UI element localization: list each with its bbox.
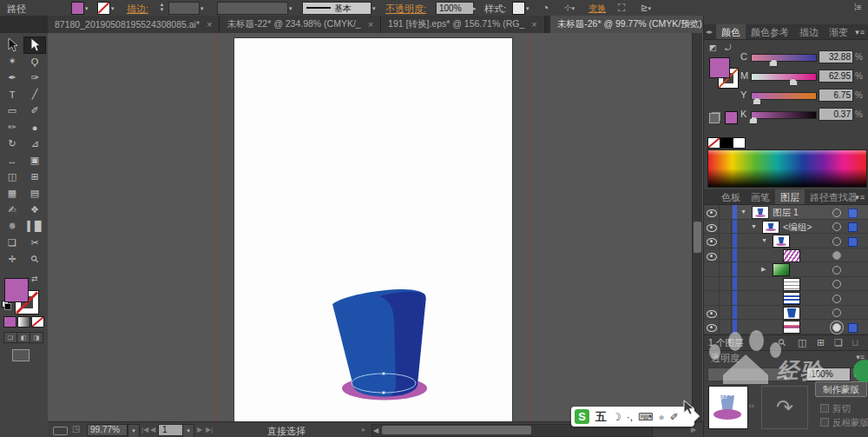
opacity-dropdown-icon[interactable]: ▸ [473,5,477,12]
last-artboard-icon[interactable]: ▶| [206,426,213,434]
visibility-eye-icon[interactable] [707,253,717,261]
brush-dropdown-icon[interactable]: ▾ [372,5,376,12]
make-clipping-mask-icon[interactable]: ◫ [798,337,806,348]
panel-tab-描边[interactable]: 描边 [794,24,824,39]
anchor-point[interactable] [383,392,385,394]
channel-value-Y[interactable]: 6.75 [819,89,853,102]
type-tool[interactable]: T [2,87,23,103]
transparency-opacity-field[interactable]: 100% [806,367,853,381]
paintbrush-tool[interactable]: ✐ [24,103,45,119]
scroll-left-icon[interactable]: ◀ [373,427,378,434]
magic-wand-tool[interactable]: ✶ [2,54,23,70]
disclosure-down-icon[interactable]: ▼ [740,209,746,215]
layer-selected-indicator[interactable] [848,237,858,247]
layers-panel-menu-icon[interactable]: ▾≡ [855,193,865,202]
layer-row[interactable] [704,306,868,321]
disclosure-right-icon[interactable]: ▶ [761,266,766,273]
layer-thumbnail-blue-lines[interactable] [783,292,800,305]
slice-tool[interactable]: ✂ [24,235,45,251]
locate-object-icon[interactable]: ⚲ [779,337,786,348]
line-segment-tool[interactable]: ╱ [24,87,45,103]
none-mode-button[interactable] [31,316,44,328]
punctuation-icon[interactable]: ·, [627,411,633,423]
color-panel-menu-icon[interactable]: ▾≡ [855,28,865,36]
blob-brush-tool[interactable]: ● [24,120,45,136]
channel-slider-knob-K[interactable] [749,116,758,124]
gradient-tool[interactable]: ▤ [24,186,45,202]
stroke-color-swatch[interactable] [97,2,110,15]
draw-behind-button[interactable]: ◧ [16,332,30,343]
layer-thumbnail-green[interactable] [773,263,790,276]
color-mode-button[interactable] [3,316,16,328]
channel-value-C[interactable]: 32.88 [819,50,853,63]
panel-tab-画笔[interactable]: 画笔 [746,189,775,204]
width-profile-dropdown-icon[interactable]: ▾ [289,5,293,12]
stroke-panel-link[interactable]: 描边: [127,3,148,16]
select-similar-icon[interactable]: ⊵▾ [641,1,651,16]
layer-name[interactable]: <编组> [783,222,812,234]
disclosure-down-icon[interactable]: ▼ [761,237,767,243]
invert-mask-checkbox[interactable]: 反相蒙版 [820,417,868,429]
clip-checkbox-box[interactable] [820,404,829,413]
channel-slider-knob-C[interactable] [769,59,778,67]
layer-thumbnail-artwork[interactable] [762,221,779,234]
vertical-scrollbar[interactable] [692,33,702,421]
scale-tool[interactable]: ⊿ [24,136,45,152]
layer-name[interactable]: 图层 1 [773,207,799,219]
fill-color-swatch[interactable] [71,2,84,15]
artboard-dropdown-icon[interactable]: ▾ [182,424,194,437]
panel-tab-渐变[interactable]: 渐变 [824,24,853,39]
channel-slider-K[interactable] [751,111,817,119]
layer-target-ring[interactable] [832,209,841,217]
column-graph-tool[interactable]: ▍▉ [24,219,45,235]
transparency-panel-title[interactable]: 透明度 [711,352,740,365]
panel-tab-颜色参考[interactable]: 颜色参考 [746,24,794,39]
layer-target-ring[interactable] [832,280,841,288]
invert-mask-checkbox-box[interactable] [820,418,829,427]
stroke-weight-dropdown-icon[interactable]: ▾ [201,5,204,12]
blend-tool[interactable]: ❖ [24,202,45,218]
opacity-mask-slot[interactable]: ↷ [761,386,808,429]
opacity-field[interactable]: 100% [436,2,474,15]
gradient-mode-button[interactable] [17,316,30,328]
layer-target-ring[interactable] [832,266,841,275]
panel-tab-色板[interactable]: 色板 [716,189,746,204]
ime-mode-label[interactable]: 五 [595,409,607,425]
screen-mode-button[interactable] [12,349,30,361]
perspective-grid-tool[interactable]: ⊞ [24,169,45,185]
layer-row[interactable]: ▼<编组> [704,220,868,235]
next-artboard-icon[interactable]: ▶ [197,426,202,434]
stroke-weight-stepper[interactable]: ▲▼ [158,2,166,13]
transform-link[interactable]: 变换 [589,3,606,15]
panel-tab-颜色[interactable]: 颜色 [716,24,746,39]
zoom-level-field[interactable]: 99.77% [87,424,128,436]
layer-row[interactable]: ▶ [704,262,868,277]
pencil-tool[interactable]: ✏ [2,120,23,136]
tab-close-icon[interactable]: × [368,19,373,30]
document-tab[interactable]: 未标题-26* @ 99.77% (CMYK/预览)× [550,16,722,33]
color-panel-fill-swatch[interactable] [709,57,730,78]
document-tab[interactable]: 191 [转换].eps* @ 156.71% (RG_× [381,16,545,33]
align-icon[interactable]: ⊹▾ [564,1,575,16]
channel-slider-C[interactable] [751,54,817,62]
disclosure-down-icon[interactable]: ▼ [751,223,757,229]
brush-definition-select[interactable]: 基本 [302,2,372,15]
selection-tool[interactable] [2,37,23,53]
visibility-eye-icon[interactable] [707,209,717,217]
layer-target-ring[interactable] [832,222,841,231]
delete-layer-icon[interactable]: ⊔ [852,337,859,348]
layer-target-ring[interactable] [832,237,841,246]
hand-tool[interactable]: ✛ [2,252,23,268]
layer-row[interactable] [704,248,868,263]
channel-slider-M[interactable] [751,73,817,81]
channel-slider-Y[interactable] [751,92,817,100]
layer-row[interactable] [704,320,868,334]
layer-thumbnail-purple-stripes[interactable] [783,249,800,262]
panel-tab-图层[interactable]: 图层 [775,189,805,204]
layer-selected-indicator[interactable] [848,323,858,333]
halfwidth-moon-icon[interactable]: ☽ [612,411,621,423]
canvas[interactable] [48,33,703,421]
none-swatch[interactable] [707,137,720,149]
layer-row[interactable] [704,291,868,306]
blend-mode-select[interactable]: ▼ [707,367,791,381]
